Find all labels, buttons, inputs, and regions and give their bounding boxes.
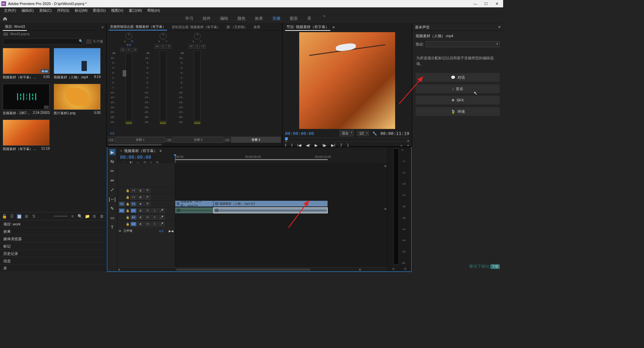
dialogue-button[interactable]: 💬对话 <box>416 73 500 82</box>
source-patch[interactable]: V1 <box>119 202 125 206</box>
lock-icon[interactable]: 🔒 <box>126 216 129 219</box>
voice-over-button[interactable]: 🎤 <box>159 208 165 213</box>
menu-graphics[interactable]: 图形(G) <box>91 7 108 14</box>
menu-window[interactable]: 窗口(W) <box>127 7 144 14</box>
iconview-button[interactable] <box>86 39 92 44</box>
list-view-button[interactable]: ☰ <box>9 214 14 219</box>
freeform-view-button[interactable]: ⊞ <box>24 214 29 219</box>
sync-lock[interactable]: ◐ <box>138 215 144 220</box>
panel-tab-libraries[interactable]: 库 <box>0 265 106 272</box>
mute-button[interactable]: M <box>145 215 151 220</box>
mixer-tab-clip[interactable]: 音频剪辑混合器: 视频素材（有字幕） <box>109 24 167 30</box>
search-input[interactable] <box>3 39 84 45</box>
solo-button[interactable]: S <box>152 215 158 220</box>
window-maximize-button[interactable]: ☐ <box>484 2 488 6</box>
panel-menu-button[interactable]: ≡ <box>159 149 161 153</box>
sort-button[interactable]: ⇅ <box>32 214 36 219</box>
panel-tab-effects[interactable]: 效果 <box>0 228 106 235</box>
write-toggle[interactable]: 🔓 <box>2 214 7 219</box>
zoom-dropdown[interactable]: 适合 <box>339 130 354 136</box>
timeline-timecode[interactable]: 00:00:00:00 <box>120 154 172 160</box>
window-minimize-button[interactable]: — <box>473 2 478 6</box>
bin-item[interactable]: 视频素材（有字幕）…11:19 <box>3 120 50 151</box>
window-close-button[interactable]: ✕ <box>494 2 499 6</box>
mixer-tab-source[interactable]: 源:（无剪辑） <box>225 24 249 30</box>
sequence-name[interactable]: 视频素材（有字幕） <box>124 148 157 153</box>
mixer-tab-track[interactable]: 音轨混合器: 视频素材（有字幕） <box>170 24 222 30</box>
music-button[interactable]: ♪音乐 <box>416 84 500 93</box>
project-tab[interactable]: 项目: Word3 <box>3 23 27 31</box>
panel-menu-button[interactable]: ≡ <box>102 25 104 29</box>
program-viewport[interactable] <box>299 32 395 129</box>
sequence-close[interactable]: × <box>120 149 122 153</box>
razor-tool[interactable]: ⇔ <box>109 177 115 183</box>
icon-view-button[interactable]: ▦ <box>17 214 21 219</box>
menu-help[interactable]: 帮助(H) <box>145 7 162 14</box>
solo-button[interactable]: S <box>152 222 158 226</box>
track-target[interactable]: V3 <box>130 188 137 193</box>
menu-clip[interactable]: 剪辑(C) <box>37 7 54 14</box>
bin-item[interactable]: 图片素材1.png5:00 <box>54 84 101 116</box>
link-icon[interactable]: ⟳ <box>119 229 121 233</box>
lock-icon[interactable]: 🔒 <box>126 209 129 212</box>
lock-icon[interactable]: 🔒 <box>126 202 129 206</box>
delete-button[interactable]: 🗑 <box>100 214 104 219</box>
mixer-scrollbar[interactable] <box>107 143 282 146</box>
playhead-icon[interactable] <box>285 137 288 140</box>
timecode-current[interactable]: 00:00:00:00 <box>285 131 314 136</box>
bypass-button[interactable]: ⊘ <box>201 45 206 49</box>
timeline-content[interactable]: 视频素材（有字幕）.mp4 [V] 视频素材（人物）.mp4 [V] <box>175 163 387 267</box>
solo-button[interactable]: S <box>126 48 131 52</box>
video-clip[interactable]: 视频素材（有字幕）.mp4 [V] <box>175 201 213 207</box>
pan-knob[interactable] <box>125 33 132 40</box>
mixer-tab-effects[interactable]: 效果 <box>252 24 262 30</box>
mute-button[interactable]: M <box>145 222 151 226</box>
eye-icon[interactable]: 👁 <box>145 202 151 206</box>
track-name[interactable]: 音频 1 <box>115 137 165 143</box>
track-target[interactable]: V1 <box>130 202 137 206</box>
ripple-tool[interactable]: ✂ <box>109 168 115 174</box>
slip-tool[interactable]: ⤢ <box>109 187 115 193</box>
lock-icon[interactable]: 🔒 <box>126 196 129 199</box>
bin-item[interactable]: ▮▮ ▮▮ 视频素材（有字幕）…3:00 <box>3 48 50 80</box>
lock-icon[interactable]: 🔒 <box>126 189 129 192</box>
workspace-learn[interactable]: 学习 <box>184 14 195 23</box>
pen-tool[interactable]: [↔] <box>109 196 115 202</box>
panel-tab-media-browser[interactable]: 媒体浏览器 <box>0 235 106 242</box>
new-bin-button[interactable]: 📁 <box>85 214 90 219</box>
mute-button[interactable]: M <box>120 48 125 52</box>
workspace-libraries[interactable]: 库 <box>306 14 313 23</box>
solo-indicator[interactable]: S <box>404 267 406 271</box>
home-button[interactable] <box>0 14 10 23</box>
panel-menu-button[interactable]: ≡ <box>332 25 334 29</box>
track-target[interactable]: V2 <box>130 195 137 200</box>
bypass-button[interactable]: ⊘ <box>167 45 171 49</box>
workspace-effects[interactable]: 效果 <box>254 14 264 23</box>
find-button[interactable]: 🔍 <box>77 214 82 219</box>
essential-sound-tab[interactable]: 基本声音 ≡ <box>412 23 503 31</box>
mute-button[interactable]: M <box>189 45 194 49</box>
bin-item[interactable]: ┃╏┃╎┃╏┃ 音频素材 - 1967…2:24:25920 <box>3 84 50 116</box>
workspace-audio[interactable]: 音频 <box>271 14 282 23</box>
panel-tab-history[interactable]: 历史记录 <box>0 250 106 257</box>
auto-seq-button[interactable]: ≡ <box>70 214 75 219</box>
track-select-tool[interactable]: ⇆ <box>109 158 115 164</box>
pan-knob[interactable] <box>160 33 166 40</box>
eye-icon[interactable]: 👁 <box>145 195 151 200</box>
panel-tab-markers[interactable]: 标记 <box>0 242 106 250</box>
resolution-dropdown[interactable]: 1/2 <box>357 131 369 136</box>
rectangle-tool[interactable]: ▭ <box>109 215 115 221</box>
marker-icon[interactable]: ▶◀ <box>169 229 173 233</box>
selection-tool[interactable]: ▶ <box>109 149 115 155</box>
menu-edit[interactable]: 编辑(E) <box>19 7 36 14</box>
timeline-horizontal-scrollbar[interactable] <box>117 267 387 271</box>
lock-icon[interactable]: 🔒 <box>126 222 129 226</box>
solo-button[interactable]: S <box>161 45 165 49</box>
workspace-color[interactable]: 颜色 <box>236 14 247 23</box>
preset-dropdown[interactable] <box>426 41 500 47</box>
work-area-bar[interactable] <box>175 159 328 160</box>
sync-lock[interactable]: ◐ <box>138 208 144 213</box>
mute-button[interactable]: M <box>155 45 159 49</box>
mute-button[interactable]: M <box>145 208 151 213</box>
audio-clip-selected[interactable] <box>213 207 328 213</box>
